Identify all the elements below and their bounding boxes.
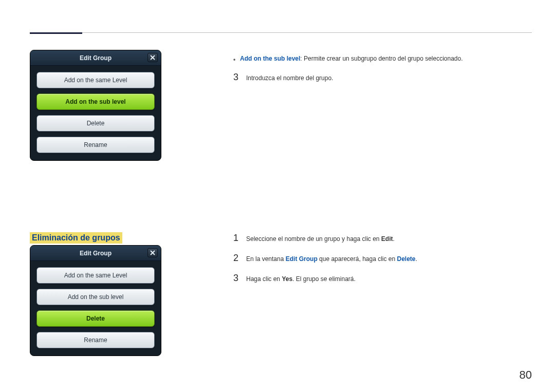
close-icon — [150, 250, 155, 255]
step-number: 3 — [233, 271, 239, 285]
edit-group-dialog-1: Edit Group Add on the same Level Add on … — [30, 50, 161, 161]
dialog-title: Edit Group — [80, 54, 112, 62]
step-text: Seleccione el nombre de un grupo y haga … — [246, 234, 395, 244]
delete-button[interactable]: Delete — [36, 115, 155, 132]
step-row: 3 Haga clic en Yes. El grupo se eliminar… — [233, 271, 531, 285]
button-label: Rename — [84, 337, 107, 344]
step-text: Introduzca el nombre del grupo. — [246, 73, 333, 83]
step-text: Haga clic en Yes. El grupo se eliminará. — [246, 274, 356, 284]
page-number: 80 — [520, 368, 532, 382]
delete-button[interactable]: Delete — [36, 310, 155, 327]
bullet-text: Add on the sub level: Permite crear un s… — [240, 54, 463, 63]
step-number: 1 — [233, 231, 239, 245]
button-label: Delete — [87, 120, 105, 127]
step-row: 3 Introduzca el nombre del grupo. — [233, 70, 531, 84]
button-label: Rename — [84, 141, 107, 148]
close-icon — [150, 55, 155, 60]
text-block-2: 1 Seleccione el nombre de un grupo y hag… — [233, 231, 531, 285]
add-sub-level-button[interactable]: Add on the sub level — [36, 94, 155, 110]
dialog-titlebar: Edit Group — [30, 50, 161, 66]
add-same-level-button[interactable]: Add on the same Level — [36, 267, 155, 284]
page: Edit Group Add on the same Level Add on … — [0, 0, 555, 392]
step-number: 2 — [233, 251, 239, 265]
step-row: 1 Seleccione el nombre de un grupo y hag… — [233, 231, 531, 245]
step-text: En la ventana Edit Group que aparecerá, … — [246, 254, 417, 264]
edit-group-dialog-2: Edit Group Add on the same Level Add on … — [30, 245, 161, 356]
header-rule-thick — [30, 32, 82, 34]
button-label: Delete — [86, 315, 105, 322]
header-rule-thin — [30, 32, 532, 33]
dialog-title: Edit Group — [80, 250, 112, 257]
close-button[interactable] — [147, 53, 158, 62]
bullet-dot-icon: • — [233, 55, 236, 64]
dialog-body: Add on the same Level Add on the sub lev… — [30, 261, 161, 356]
rename-button[interactable]: Rename — [36, 332, 155, 348]
step-number: 3 — [233, 70, 239, 84]
button-label: Add on the same Level — [64, 272, 127, 279]
bullet-term: Add on the sub level — [240, 55, 300, 62]
section-heading: Eliminación de grupos — [30, 232, 122, 244]
dialog-titlebar: Edit Group — [30, 246, 161, 261]
text-block-1: • Add on the sub level: Permite crear un… — [233, 54, 531, 84]
step-row: 2 En la ventana Edit Group que aparecerá… — [233, 251, 531, 265]
dialog-body: Add on the same Level Add on the sub lev… — [30, 66, 161, 160]
rename-button[interactable]: Rename — [36, 137, 155, 153]
button-label: Add on the sub level — [65, 98, 125, 105]
add-sub-level-button[interactable]: Add on the sub level — [36, 289, 155, 305]
bullet-item: • Add on the sub level: Permite crear un… — [233, 54, 531, 64]
close-button[interactable] — [147, 248, 158, 257]
add-same-level-button[interactable]: Add on the same Level — [36, 72, 155, 88]
button-label: Add on the same Level — [64, 77, 127, 84]
bullet-desc: : Permite crear un subgrupo dentro del g… — [300, 55, 462, 62]
button-label: Add on the sub level — [68, 293, 124, 301]
